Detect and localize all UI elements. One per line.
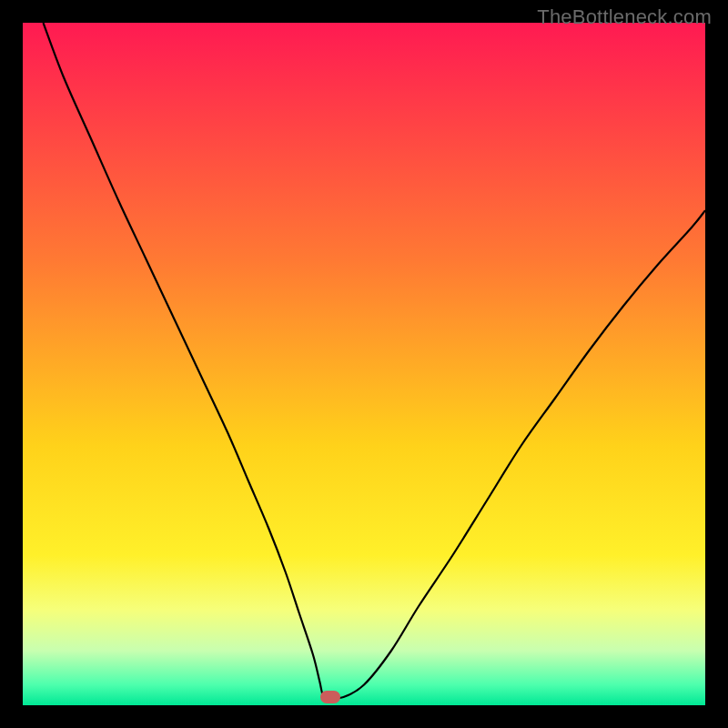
- chart-background: [23, 23, 705, 705]
- watermark-text: TheBottleneck.com: [537, 5, 712, 29]
- chart-area: [23, 23, 705, 705]
- optimum-marker: [320, 691, 340, 703]
- chart-svg: [23, 23, 705, 705]
